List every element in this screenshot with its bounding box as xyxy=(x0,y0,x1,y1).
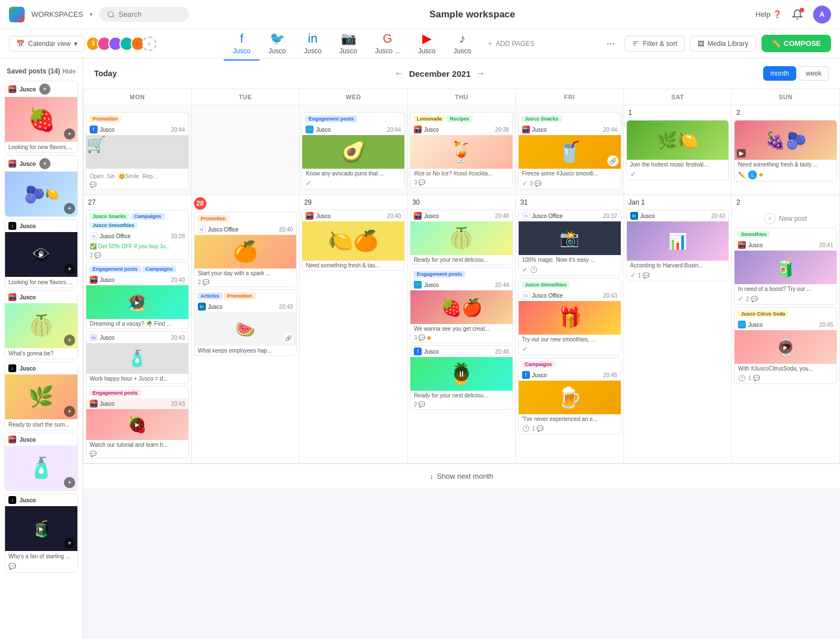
post-brand-thu: Jusco xyxy=(424,127,493,133)
sidebar-item-4[interactable]: 📷 Jusco 🍈 + What's gonna be? xyxy=(4,290,78,359)
post-icon-ig-27b: 📷 xyxy=(90,276,98,284)
sidebar-item-3[interactable]: ♪ Jusco 👁 ▶ + Looking for new flavors...… xyxy=(4,219,78,288)
platform-tab-tiktok[interactable]: ♪ Jusco xyxy=(445,27,480,61)
post-card-27-snacks[interactable]: Jusco SnacksCampaignsJusco Smoothies G J… xyxy=(86,210,189,260)
post-card-30b-engagement[interactable]: Engagement posts 🐦 Jusco 20:44 🍓🍎 We wan… xyxy=(410,267,513,343)
post-card-27-c[interactable]: in Jusco 20:43 🧴 Work happy hour + Jusco… xyxy=(86,331,189,384)
search-input[interactable] xyxy=(118,10,174,18)
post-card-wed-engagement[interactable]: Engagement posts 🐦 Jusco 20:44 🥑 Know an… xyxy=(302,112,405,189)
post-thumb-fri: 🥤 🔗 xyxy=(519,135,621,169)
post-card-jan2b-citrus[interactable]: Jusco Citrus Soda 🐦 Jusco 20:45 🍷 ▶ With… xyxy=(734,307,837,384)
si-caption-5: Ready to start the sum... xyxy=(5,419,77,430)
add-to-calendar-3[interactable]: + xyxy=(64,263,75,275)
platform-tab-facebook[interactable]: f Jusco xyxy=(224,27,259,61)
avatar[interactable]: A xyxy=(813,6,831,24)
post-card-31a[interactable]: G Jusco Office 20:37 📸 100% magic. Now i… xyxy=(518,210,621,276)
week-view-button[interactable]: week xyxy=(799,66,829,81)
post-card-27-engagement[interactable]: Engagement postsCampaigns 📷 Jusco 20:40 … xyxy=(86,262,189,329)
add-to-calendar-1[interactable]: + xyxy=(64,128,75,140)
post-card-sun2-need-fresh[interactable]: 🍇🫐 ▶ Need something fresh & tasty ... ✏️… xyxy=(734,120,837,182)
workspace-label[interactable]: WORKSPACES xyxy=(31,10,83,18)
add-member-button[interactable]: + xyxy=(142,36,156,51)
post-card-jan1a[interactable]: in Jusco 20:43 📊 According to Harvard Bu… xyxy=(626,210,730,281)
show-next-month-button[interactable]: ↓ Show next month xyxy=(430,472,493,480)
hide-button[interactable]: Hide xyxy=(62,68,76,75)
add-to-calendar-2[interactable]: + xyxy=(64,203,75,214)
platform-actions: ··· Filter & sort 🖼 Media Library ✏️ COM… xyxy=(602,35,831,52)
sidebar-item-2[interactable]: 📷 Jusco + 🫐 🍋 + xyxy=(4,155,78,217)
platform-tab-google[interactable]: G Jusco ... xyxy=(366,27,409,61)
post-thumb-berry: 🍇🫐 ▶ xyxy=(735,121,837,160)
post-card-29a[interactable]: 📷 Jusco 20:40 🍋🍊 Need something fresh & … xyxy=(302,210,405,271)
post-card-30a[interactable]: 📷 Jusco 20:40 🍈 Ready for your next deli… xyxy=(410,210,513,265)
post-card-30c[interactable]: f Jusco 20:46 🍍 ⏸ Ready for your next de… xyxy=(410,345,513,410)
play-overlay-3[interactable]: ▶ xyxy=(35,248,48,261)
post-card-28-articles[interactable]: ArticlesPromotion in Jusco 20:43 🍉 🔗 Wha… xyxy=(194,289,297,356)
add-to-calendar-5[interactable]: + xyxy=(64,406,75,417)
play-overlay-7[interactable]: ▶ xyxy=(35,522,48,535)
add-pages-button[interactable]: ＋ ADD PAGES xyxy=(480,34,541,53)
add-to-calendar-7[interactable]: + xyxy=(64,538,75,549)
post-card-jan2a-smoothies[interactable]: Smoothies 📷 Jusco 20:41 🧃 In need of a b… xyxy=(734,228,837,305)
post-icon-tw-jan2: 🐦 xyxy=(738,321,746,328)
next-month-button[interactable]: → xyxy=(476,68,485,78)
post-card-31b-smoothies[interactable]: Jusco Smoothies G Jusco Office 20:43 🎁 T… xyxy=(518,278,621,355)
day-header-thu: THU xyxy=(408,89,516,105)
post-time-jan2b: 20:45 xyxy=(819,322,833,328)
add-to-calendar-4[interactable]: + xyxy=(64,335,75,346)
platform-tab-twitter[interactable]: 🐦 Jusco xyxy=(260,27,295,61)
post-check-jan2a: ✓ xyxy=(738,295,744,303)
new-post-button[interactable]: + New post xyxy=(734,210,837,228)
play-27b[interactable]: ▶ xyxy=(131,295,144,309)
notification-button[interactable] xyxy=(790,7,805,22)
calendar-header: Today ← December 2021 → month week xyxy=(83,58,840,89)
filter-sort-button[interactable]: Filter & sort xyxy=(625,36,684,52)
post-card-fri-snacks[interactable]: Jusco Snacks 📷 Jusco 20:44 🥤 🔗 Freeze so… xyxy=(518,112,621,189)
post-card-31c-campaigns[interactable]: Campaigns f Jusco 20:45 🍺 "I've never ex… xyxy=(518,358,621,434)
filter-icon xyxy=(632,40,639,47)
month-view-button[interactable]: month xyxy=(763,66,796,81)
help-button[interactable]: Help ❓ xyxy=(755,10,782,18)
post-thumb-jan2a: 🧃 xyxy=(735,251,837,284)
post-icon-ig-jan2: 📷 xyxy=(738,241,746,249)
sidebar-item-6[interactable]: 📷 Jusco 🧴 + xyxy=(4,433,78,491)
arrow-down-icon: ↓ xyxy=(430,472,434,480)
post-card-27-d[interactable]: Engagement posts 📷 Jusco 20:43 🍓 ▶ Watch… xyxy=(86,386,189,459)
search-bar[interactable] xyxy=(99,7,189,22)
youtube-icon: ▶ xyxy=(422,31,432,46)
post-check-mojito: ✓ xyxy=(630,170,636,178)
post-caption-31c: "I've never experienced an e... xyxy=(519,414,621,424)
media-library-button[interactable]: 🖼 Media Library xyxy=(690,36,756,52)
prev-month-button[interactable]: ← xyxy=(394,68,403,78)
play-jan2b[interactable]: ▶ xyxy=(779,340,792,354)
post-card-sat1-mojito[interactable]: 🌿🍋 Join the hottest music festival... ✓ xyxy=(626,120,730,180)
post-time-fri: 20:44 xyxy=(603,127,617,133)
sidebar-item-5[interactable]: ♪ Jusco 🌿 + Ready to start the sum... xyxy=(4,362,78,430)
sidebar-item-7[interactable]: ♪ Jusco 🧃 ▶ + Who's a fan of starting ..… xyxy=(4,493,78,573)
post-card-mon-promo[interactable]: Promotion f Jusco 20:44 🛒 OpenSin😊SmileR… xyxy=(86,112,189,189)
sidebar-item-1[interactable]: 📷 Jusco + 🍓 + Looking for new flavors...… xyxy=(4,81,78,153)
post-card-28-promo[interactable]: Promotion G Jusco Office 20:40 🍊 Start y… xyxy=(194,212,297,287)
post-icon-ig-29: 📷 xyxy=(306,212,313,220)
post-brand: Jusco xyxy=(100,127,169,133)
platform-tab-linkedin[interactable]: in Jusco xyxy=(295,27,330,61)
si-brand-7: Jusco xyxy=(20,497,36,503)
post-card-thu-lemonade[interactable]: LemonadeRecipes 📷 Jusco 20:38 🍹 #Ice or … xyxy=(410,112,513,188)
add-to-calendar-6[interactable]: + xyxy=(64,477,75,488)
post-brand-31a: Jusco Office xyxy=(532,213,601,219)
post-time-27d: 20:43 xyxy=(171,401,185,407)
post-icon-tw-30: 🐦 xyxy=(414,281,422,289)
add-button-1[interactable]: + xyxy=(39,84,50,95)
post-thumb-mojito: 🌿🍋 xyxy=(627,121,729,160)
compose-button[interactable]: ✏️ COMPOSE xyxy=(761,35,831,52)
add-button-2[interactable]: + xyxy=(39,158,50,169)
post-brand-27c: Jusco xyxy=(100,335,169,341)
more-options-button[interactable]: ··· xyxy=(602,35,619,52)
platform-tab-youtube[interactable]: ▶ Jusco xyxy=(409,27,444,61)
platform-tab-instagram[interactable]: 📷 Jusco xyxy=(330,27,366,61)
play-27d[interactable]: ▶ xyxy=(131,418,144,432)
calendar-view-button[interactable]: 📅 Calendar view ▾ xyxy=(9,36,85,52)
cal-cell-sat-jan1: Jan 1 in Jusco 20:43 📊 According to Harv… xyxy=(624,195,732,464)
sidebar: Saved posts (14) Hide 📷 Jusco + 🍓 + Look… xyxy=(0,58,83,639)
post-time-27b: 20:40 xyxy=(171,277,185,283)
